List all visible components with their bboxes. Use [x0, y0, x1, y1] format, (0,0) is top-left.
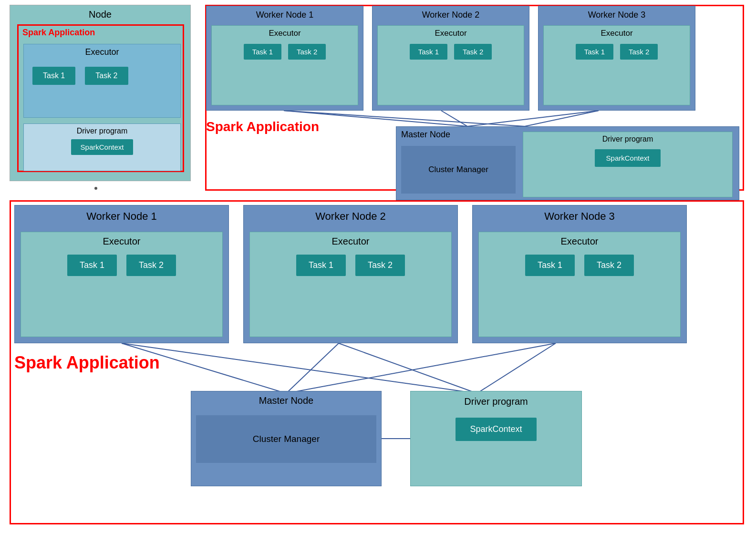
task1-worker-1-top[interactable]: Task 1: [244, 44, 281, 60]
task1-inner[interactable]: Task 1: [32, 67, 75, 85]
task1-worker-3-bottom[interactable]: Task 1: [525, 255, 575, 276]
worker-node-2-top: Worker Node 2 Executor Task 1 Task 2: [372, 6, 529, 111]
master-node-bottom: Master Node Cluster Manager: [191, 391, 382, 486]
tasks-row-worker-1-bottom: Task 1 Task 2: [21, 249, 222, 282]
driver-program-bottom-label: Driver program: [411, 391, 581, 410]
worker-node-2-bottom-label: Worker Node 2: [244, 205, 457, 225]
tasks-row-inner: Task 1 Task 2: [24, 62, 180, 90]
spark-app-label-top-right: Spark Application: [206, 119, 319, 134]
executor-worker-1-top: Executor Task 1 Task 2: [211, 25, 358, 105]
driver-program-top: Driver program SparkContext: [523, 132, 733, 197]
tasks-row-worker-2-bottom: Task 1 Task 2: [250, 249, 451, 282]
task2-worker-1-top[interactable]: Task 2: [288, 44, 326, 60]
master-node-top-right: Master Node Cluster Manager Driver progr…: [396, 126, 739, 200]
task1-worker-3-top[interactable]: Task 1: [576, 44, 613, 60]
task2-worker-2-top[interactable]: Task 2: [454, 44, 492, 60]
driver-label-inner: Driver program: [24, 124, 180, 136]
worker-node-1-top: Worker Node 1 Executor Task 1 Task 2: [206, 6, 363, 111]
worker-nodes-row-bottom: Worker Node 1 Executor Task 1 Task 2 Wor…: [14, 205, 687, 343]
executor-worker-2-bottom: Executor Task 1 Task 2: [249, 232, 452, 337]
task1-worker-1-bottom[interactable]: Task 1: [67, 255, 117, 276]
driver-program-bottom: Driver program SparkContext: [410, 391, 582, 486]
sparkcontext-bottom[interactable]: SparkContext: [456, 418, 536, 441]
worker-node-1-bottom: Worker Node 1 Executor Task 1 Task 2: [14, 205, 229, 343]
task2-worker-2-bottom[interactable]: Task 2: [355, 255, 405, 276]
sparkcontext-top[interactable]: SparkContext: [595, 149, 661, 167]
task2-worker-3-bottom[interactable]: Task 2: [584, 255, 634, 276]
tasks-row-worker-3-bottom: Task 1 Task 2: [479, 249, 680, 282]
diagram-container: Node Spark Application Executor Task 1 T…: [0, 0, 756, 533]
node-label: Node: [10, 5, 190, 22]
executor-worker-2-top: Executor Task 1 Task 2: [377, 25, 524, 105]
executor-label-worker-2-top: Executor: [378, 26, 524, 40]
sparkcontext-inner[interactable]: SparkContext: [71, 139, 134, 155]
spark-app-inner-label: Spark Application: [19, 26, 183, 40]
executor-worker-3-bottom: Executor Task 1 Task 2: [478, 232, 681, 337]
worker-node-3-bottom: Worker Node 3 Executor Task 1 Task 2: [472, 205, 687, 343]
task2-inner[interactable]: Task 2: [85, 67, 128, 85]
node-box: Node Spark Application Executor Task 1 T…: [10, 5, 191, 181]
dot-separator: [94, 187, 97, 190]
driver-program-top-label: Driver program: [523, 132, 732, 144]
master-node-bottom-label: Master Node: [191, 391, 381, 408]
executor-box-inner: Executor Task 1 Task 2: [23, 44, 181, 118]
executor-label-worker-2-bottom: Executor: [250, 232, 451, 249]
executor-label-worker-1-bottom: Executor: [21, 232, 222, 249]
executor-worker-3-top: Executor Task 1 Task 2: [543, 25, 690, 105]
tasks-row-worker-3-top: Task 1 Task 2: [544, 40, 690, 63]
executor-label-inner: Executor: [24, 44, 180, 59]
task1-worker-2-bottom[interactable]: Task 1: [296, 255, 346, 276]
task2-worker-3-top[interactable]: Task 2: [620, 44, 658, 60]
worker-node-2-bottom: Worker Node 2 Executor Task 1 Task 2: [243, 205, 458, 343]
spark-app-inner-box: Spark Application Executor Task 1 Task 2…: [17, 24, 184, 172]
worker-node-2-top-label: Worker Node 2: [373, 6, 529, 21]
worker-node-3-bottom-label: Worker Node 3: [473, 205, 686, 225]
spark-app-label-bottom: Spark Application: [14, 353, 160, 373]
executor-label-worker-3-bottom: Executor: [479, 232, 680, 249]
worker-node-1-top-label: Worker Node 1: [207, 6, 363, 21]
worker-nodes-row-top: Worker Node 1 Executor Task 1 Task 2 Wor…: [206, 6, 695, 111]
executor-label-worker-1-top: Executor: [212, 26, 358, 40]
task1-worker-2-top[interactable]: Task 1: [410, 44, 447, 60]
worker-node-3-top: Worker Node 3 Executor Task 1 Task 2: [538, 6, 695, 111]
executor-label-worker-3-top: Executor: [544, 26, 690, 40]
executor-worker-1-bottom: Executor Task 1 Task 2: [21, 232, 223, 337]
cluster-manager-bottom: Cluster Manager: [196, 415, 376, 463]
tasks-row-worker-2-top: Task 1 Task 2: [378, 40, 524, 63]
task2-worker-1-bottom[interactable]: Task 2: [126, 255, 176, 276]
worker-node-3-top-label: Worker Node 3: [539, 6, 695, 21]
worker-node-1-bottom-label: Worker Node 1: [15, 205, 228, 225]
tasks-row-worker-1-top: Task 1 Task 2: [212, 40, 358, 63]
cluster-manager-top: Cluster Manager: [401, 146, 516, 194]
driver-box-inner: Driver program SparkContext: [23, 123, 181, 171]
